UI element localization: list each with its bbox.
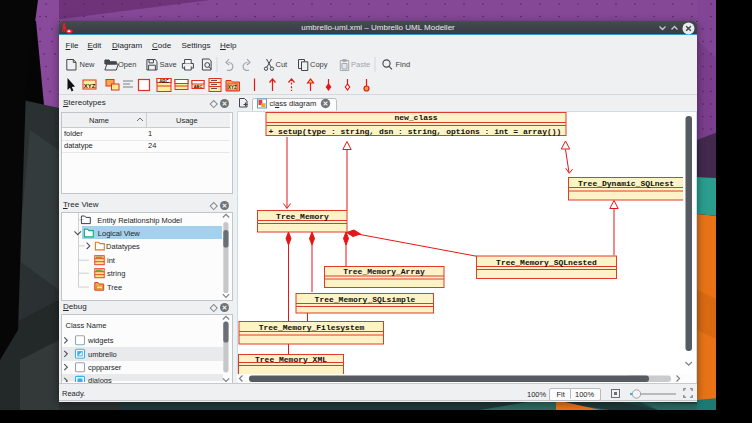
svg-text:ABC: ABC (194, 84, 203, 89)
svg-text:XYZ: XYZ (228, 85, 237, 90)
svg-text:Tree_Memory_SQLsimple: Tree_Memory_SQLsimple (315, 295, 416, 304)
svg-text:Tree_Memory: Tree_Memory (276, 212, 329, 221)
svg-text:XYZ: XYZ (84, 83, 96, 89)
svg-text:Tree_Dynamic_SQLnest: Tree_Dynamic_SQLnest (578, 179, 674, 188)
svg-text:ABC: ABC (159, 79, 169, 84)
svg-text:new_class: new_class (394, 113, 437, 122)
svg-text:Tree_Memory_SQLnested: Tree_Memory_SQLnested (496, 258, 597, 267)
svg-text:Tree_Memory_Filesystem: Tree_Memory_Filesystem (259, 323, 365, 332)
svg-text:Tree_Memory_Array: Tree_Memory_Array (343, 267, 425, 276)
svg-text:Tree_Memory_XML: Tree_Memory_XML (255, 355, 327, 364)
svg-text:+ setup(type : string, dsn : s: + setup(type : string, dsn : string, opt… (269, 127, 562, 136)
